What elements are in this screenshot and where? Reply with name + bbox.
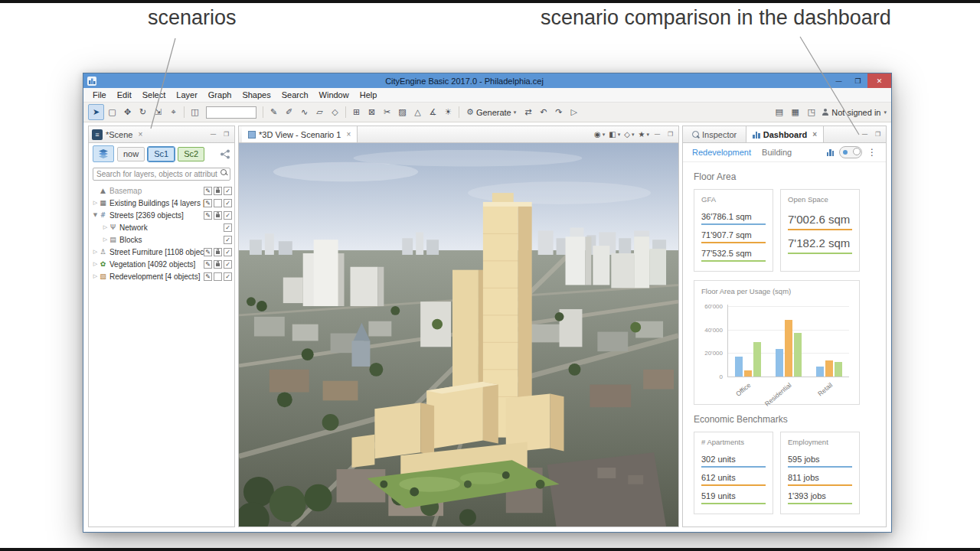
scene-menu-icon[interactable]: ≡: [92, 129, 103, 140]
edit-style-toggle[interactable]: ✎: [204, 260, 212, 269]
tab-3d-view-scenario-1[interactable]: *3D View - Scenario 1 ×: [242, 126, 358, 142]
menu-layer[interactable]: Layer: [171, 90, 203, 99]
move-tool[interactable]: ✥: [120, 105, 135, 119]
compare-charts-button[interactable]: [827, 148, 835, 156]
expand-arrow-icon[interactable]: ▷: [92, 273, 99, 279]
menu-file[interactable]: File: [87, 90, 112, 99]
scenario-share-button[interactable]: [220, 149, 230, 159]
close-icon[interactable]: ×: [812, 130, 817, 139]
visibility-checkbox[interactable]: ✓: [224, 260, 232, 269]
generate-button[interactable]: ⚙Generate▾: [462, 107, 520, 117]
snap-align-tool[interactable]: ⌖: [166, 105, 181, 119]
signin-button[interactable]: Not signed in ▾: [822, 108, 887, 117]
layer-row-basemap[interactable]: ▲Basemap✎✓: [89, 184, 234, 197]
layer-row-network[interactable]: ▷ΨNetwork✓: [89, 221, 234, 233]
subtab-redevelopment[interactable]: Redevelopment: [692, 148, 751, 157]
scenario-chip-sc2[interactable]: Sc2: [178, 147, 204, 161]
maximize-pane-icon[interactable]: ❐: [221, 131, 231, 138]
camera-dropdown[interactable]: ◇▾: [624, 130, 634, 139]
scenario-layers-button[interactable]: [93, 145, 114, 162]
menu-kebab-icon[interactable]: ⋮: [867, 147, 877, 158]
scenario-chip-sc1[interactable]: Sc1: [148, 147, 175, 161]
pointer-tool[interactable]: ➤: [88, 104, 104, 120]
maximize-pane-icon[interactable]: ❐: [873, 131, 883, 138]
minimize-pane-icon[interactable]: —: [860, 131, 870, 138]
selection-rectangle-tool[interactable]: ▢: [105, 105, 119, 119]
visibility-checkbox[interactable]: ✓: [224, 223, 232, 232]
close-icon[interactable]: ×: [138, 130, 142, 139]
layer-search-input[interactable]: [93, 168, 230, 181]
bookmarks-dropdown[interactable]: ★▾: [639, 130, 649, 139]
curve-draw-tool[interactable]: ∿: [297, 105, 312, 119]
expand-arrow-icon[interactable]: ▷: [102, 236, 109, 243]
circle-shape-tool[interactable]: ◇: [328, 105, 342, 119]
rectangle-shape-tool[interactable]: ▱: [312, 105, 327, 119]
scale-tool[interactable]: ⇲: [151, 105, 165, 119]
expand-arrow-icon[interactable]: ▼: [92, 212, 99, 218]
subtab-building[interactable]: Building: [762, 148, 792, 157]
visibility-checkbox[interactable]: ✓: [224, 236, 232, 244]
scenario-chip-now[interactable]: now: [117, 147, 145, 161]
select-checkbox[interactable]: [214, 272, 222, 281]
lock-toggle[interactable]: [214, 260, 222, 269]
close-button[interactable]: ✕: [867, 73, 891, 88]
maximize-button[interactable]: ❐: [848, 73, 867, 88]
visibility-checkbox[interactable]: ✓: [224, 211, 232, 220]
expand-arrow-icon[interactable]: ▷: [102, 224, 109, 230]
menu-search[interactable]: Search: [276, 90, 314, 99]
assign-rule-tool[interactable]: ⇄: [521, 105, 535, 119]
layer-row-streets[interactable]: ▼#Streets [2369 objects]✎✓: [89, 209, 234, 221]
visibility-checkbox[interactable]: ✓: [224, 272, 232, 281]
edit-style-toggle[interactable]: ✎: [204, 199, 212, 207]
layer-row-buildings[interactable]: ▷▦Existing Buildings [4 layers | 4332✎✓: [89, 197, 234, 209]
terrain-tool[interactable]: △: [410, 105, 425, 119]
maximize-pane-icon[interactable]: ❐: [665, 131, 675, 138]
lock-toggle[interactable]: [214, 187, 222, 195]
layer-row-street-furniture[interactable]: ▷♙Street Furniture [1108 objects]✎✓: [89, 246, 234, 258]
menu-window[interactable]: Window: [314, 90, 354, 99]
perspective-view-button[interactable]: ◳: [804, 105, 818, 119]
layer-row-blocks[interactable]: ▷▤Blocks✓: [89, 233, 234, 246]
visibility-checkbox[interactable]: ✓: [224, 199, 232, 207]
visibility-checkbox[interactable]: ✓: [224, 187, 232, 195]
viewport-3d[interactable]: [239, 143, 678, 527]
measure-tool[interactable]: ∡: [426, 105, 440, 119]
shading-dropdown[interactable]: ◧▾: [609, 130, 620, 139]
menu-edit[interactable]: Edit: [112, 90, 137, 99]
expand-arrow-icon[interactable]: ▷: [92, 261, 99, 267]
toolbar-text-input[interactable]: [206, 106, 256, 119]
menu-select[interactable]: Select: [137, 90, 172, 99]
menu-shapes[interactable]: Shapes: [237, 90, 276, 99]
view-settings-dropdown[interactable]: ◉▾: [594, 130, 605, 139]
lock-toggle[interactable]: [214, 248, 222, 256]
freehand-draw-tool[interactable]: ✎: [266, 105, 281, 119]
minimize-button[interactable]: —: [829, 73, 848, 88]
play-button[interactable]: ▷: [567, 105, 581, 119]
close-icon[interactable]: ×: [346, 130, 351, 139]
rotate-tool[interactable]: ↻: [136, 105, 150, 119]
transform-dropdown[interactable]: ◫: [188, 105, 202, 119]
sun-settings-tool[interactable]: ☀: [441, 105, 456, 119]
edit-style-toggle[interactable]: ✎: [204, 187, 212, 195]
minimize-pane-icon[interactable]: —: [208, 131, 218, 138]
minimize-pane-icon[interactable]: —: [652, 131, 662, 138]
edit-style-toggle[interactable]: ✎: [204, 211, 212, 220]
visibility-checkbox[interactable]: ✓: [224, 248, 232, 256]
tab-inspector[interactable]: Inspector: [686, 126, 743, 142]
grid-layout-button[interactable]: ▦: [788, 105, 802, 119]
edit-style-toggle[interactable]: ✎: [204, 248, 212, 256]
scenario-comparison-toggle[interactable]: [839, 146, 862, 158]
lock-toggle[interactable]: [214, 211, 222, 220]
layer-row-vegetation[interactable]: ▷✿Vegetation [4092 objects]✎✓: [89, 258, 234, 270]
menu-graph[interactable]: Graph: [203, 90, 237, 99]
tab-scene[interactable]: *Scene: [106, 130, 132, 139]
window-layout-button[interactable]: ▤: [772, 105, 786, 119]
tab-dashboard[interactable]: Dashboard ×: [746, 126, 824, 142]
select-checkbox[interactable]: [214, 199, 222, 207]
edit-style-toggle[interactable]: ✎: [204, 272, 212, 281]
street-edit-tool[interactable]: ⊠: [364, 105, 379, 119]
redo-button[interactable]: ↷: [551, 105, 566, 119]
street-create-tool[interactable]: ⊞: [349, 105, 364, 119]
split-shape-tool[interactable]: ✂: [380, 105, 394, 119]
layer-row-redevelopment[interactable]: ▷▧Redevelopment [4 objects]✎✓: [89, 270, 234, 282]
